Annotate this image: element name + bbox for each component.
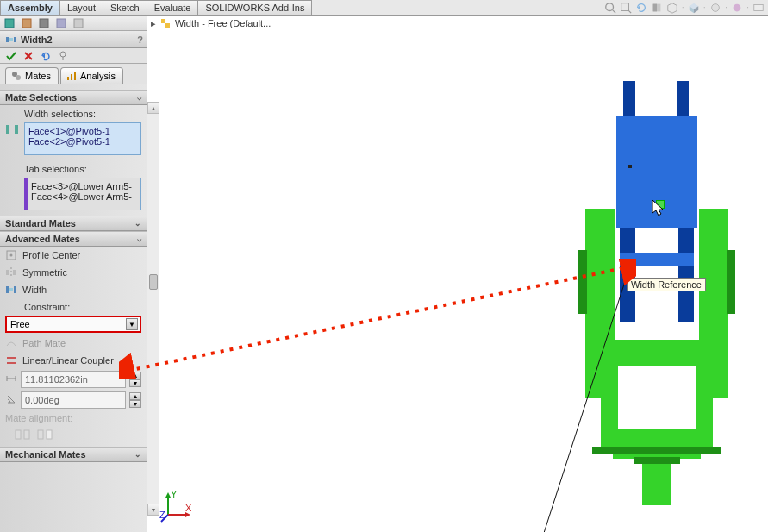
zoom-area-icon[interactable] [620, 2, 632, 14]
display-style-icon[interactable] [688, 2, 700, 14]
prev-view-icon[interactable] [635, 2, 647, 14]
pm-title-bar: Width2 ? [0, 31, 147, 48]
tree-root-label: Width - Free (Default... [175, 18, 271, 28]
svg-rect-47 [16, 430, 21, 439]
svg-rect-48 [24, 430, 29, 439]
svg-rect-29 [67, 77, 69, 80]
tab-layout[interactable]: Layout [59, 0, 103, 15]
flyout-tree[interactable]: ▸ Width - Free (Default... [151, 17, 271, 29]
scroll-up-button[interactable]: ▲ [147, 102, 159, 114]
pm-scrollbar-track[interactable]: ▲ ▼ [147, 102, 159, 516]
pm-page-tabs: Mates Analysis [0, 64, 147, 84]
svg-rect-20 [14, 37, 16, 42]
svg-rect-40 [14, 286, 16, 293]
display-tab-icon[interactable] [72, 17, 84, 29]
mate-label: Linear/Linear Coupler [22, 355, 114, 366]
section-mechanical-mates[interactable]: Mechanical Mates ⌄ [0, 447, 147, 462]
path-mate-icon [5, 337, 17, 349]
svg-rect-2 [621, 3, 629, 11]
section-advanced-mates[interactable]: Advanced Mates ⌵ [0, 231, 147, 247]
help-icon[interactable]: ? [137, 34, 147, 45]
mate-profile-center[interactable]: Profile Center [0, 247, 147, 264]
align-same-icon[interactable] [14, 428, 31, 441]
selection-item[interactable]: Face<1>@Pivot5-1 [28, 126, 137, 136]
tab-mates[interactable]: Mates [5, 67, 59, 84]
selection-item[interactable]: Face<2>@Pivot5-1 [28, 136, 137, 147]
separator: · [725, 2, 727, 14]
svg-rect-15 [22, 19, 31, 28]
spin-down-icon[interactable]: ▼ [129, 379, 141, 387]
tab-analysis[interactable]: Analysis [60, 67, 123, 84]
property-tab-icon[interactable] [21, 17, 33, 29]
selection-item[interactable]: Face<3>@Lower Arm5- [31, 181, 137, 191]
svg-rect-16 [40, 19, 48, 28]
config-tab-icon[interactable] [38, 17, 50, 29]
selection-item[interactable]: Face<4>@Lower Arm5- [31, 191, 137, 202]
spin-up-icon[interactable]: ▲ [129, 372, 141, 379]
graphics-viewport[interactable]: ▸ Width - Free (Default... Width Referen… [147, 16, 768, 532]
svg-rect-17 [57, 19, 66, 28]
tab-evaluate[interactable]: Evaluate [147, 0, 199, 15]
heads-up-toolbar: · · · · [604, 2, 765, 14]
tab-sketch[interactable]: Sketch [103, 0, 147, 15]
tab-selection-list[interactable]: Face<3>@Lower Arm5- Face<4>@Lower Arm5- [24, 178, 141, 210]
svg-line-1 [612, 10, 615, 14]
tab-assembly[interactable]: Assembly [0, 0, 60, 15]
svg-rect-50 [47, 430, 52, 439]
distance-spinners[interactable]: ▲▼ [129, 372, 141, 387]
svg-rect-52 [165, 23, 170, 28]
cancel-button[interactable] [22, 50, 34, 62]
svg-rect-32 [6, 125, 9, 134]
mate-label: Symmetric [22, 267, 67, 278]
tab-label: Sketch [110, 3, 140, 13]
svg-rect-49 [38, 430, 43, 439]
tab-addins[interactable]: SOLIDWORKS Add-Ins [197, 0, 312, 15]
tab-label: Layout [67, 3, 96, 13]
section-view-icon[interactable] [651, 2, 663, 14]
spin-down-icon[interactable]: ▼ [129, 400, 141, 408]
view-triad[interactable]: Y X Z [159, 489, 194, 523]
ok-button[interactable] [5, 50, 17, 62]
mate-alignment-label: Mate alignment: [0, 410, 147, 426]
svg-marker-53 [652, 200, 663, 216]
section-standard-mates[interactable]: Standard Mates ⌄ [0, 216, 147, 231]
mouse-cursor [652, 200, 665, 217]
undo-button[interactable] [40, 50, 52, 62]
distance-icon [5, 372, 17, 386]
mate-linear-coupler[interactable]: Linear/Linear Coupler [0, 352, 147, 369]
tab-label: SOLIDWORKS Add-Ins [205, 3, 304, 13]
constraint-label: Constraint: [0, 298, 147, 314]
svg-rect-6 [652, 4, 656, 12]
constraint-dropdown[interactable]: Free ▼ [5, 316, 141, 333]
svg-point-12 [734, 4, 741, 12]
scene-icon[interactable] [752, 2, 765, 14]
expand-icon[interactable]: ▸ [151, 18, 156, 29]
distance-input[interactable]: 11.81102362in [21, 371, 126, 388]
feature-tree-tab-icon[interactable] [3, 17, 16, 29]
feature-manager-tabs [0, 16, 147, 31]
angle-input[interactable]: 0.00deg [21, 391, 126, 409]
svg-point-35 [10, 254, 13, 257]
svg-rect-14 [5, 19, 14, 28]
pm-title: Width2 [21, 34, 53, 45]
collapse-icon: ⌵ [137, 93, 141, 102]
mate-symmetric[interactable]: Symmetric [0, 264, 147, 281]
dim-tab-icon[interactable] [55, 17, 67, 29]
mate-width[interactable]: Width [0, 281, 147, 298]
angle-spinners[interactable]: ▲▼ [129, 392, 141, 408]
section-mate-selections[interactable]: Mate Selections ⌵ [0, 90, 147, 105]
scroll-thumb[interactable] [149, 274, 158, 290]
separator: · [746, 2, 749, 14]
pushpin-button[interactable] [57, 50, 69, 62]
appearance-icon[interactable] [731, 2, 743, 14]
width-selection-list[interactable]: Face<1>@Pivot5-1 Face<2>@Pivot5-1 [24, 122, 141, 155]
spin-up-icon[interactable]: ▲ [129, 392, 141, 400]
section-title: Mate Selections [5, 92, 77, 103]
zoom-fit-icon[interactable] [604, 2, 616, 14]
view-orient-icon[interactable] [666, 2, 678, 14]
svg-point-25 [60, 52, 66, 57]
align-opposed-icon[interactable] [36, 428, 53, 441]
scroll-down-button[interactable]: ▼ [147, 504, 159, 516]
hide-show-icon[interactable] [709, 2, 721, 14]
width-selection-icon[interactable] [5, 122, 19, 136]
